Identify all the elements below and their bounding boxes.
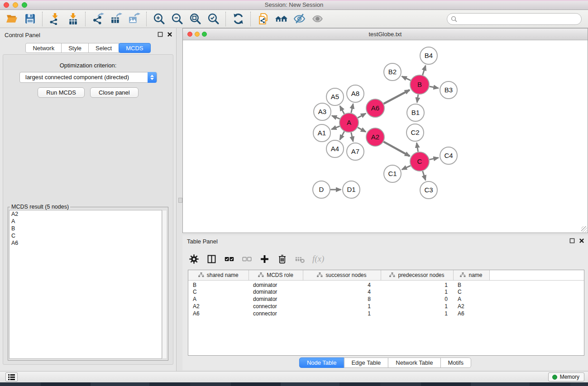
deselect-all-button[interactable] (242, 254, 252, 264)
function-builder-button[interactable]: f(x) (312, 254, 324, 264)
resize-grip-icon[interactable] (581, 226, 587, 232)
tab-motifs[interactable]: Motifs (440, 357, 471, 368)
column-header[interactable]: predecessor nodes (381, 270, 453, 280)
zoom-in-button[interactable] (150, 11, 168, 27)
search-box[interactable] (447, 13, 582, 25)
memory-button[interactable]: Memory (548, 372, 584, 381)
result-list-item[interactable]: A2 (10, 210, 162, 218)
graph-node-label: D (319, 186, 324, 193)
export-network-button[interactable] (89, 11, 107, 27)
tab-network-table[interactable]: Network Table (388, 357, 440, 368)
tab-edge-table[interactable]: Edge Table (344, 357, 388, 368)
graph-edge-A-A2[interactable] (358, 128, 366, 132)
float-panel-icon[interactable] (158, 32, 163, 37)
tab-style[interactable]: Style (61, 43, 89, 53)
graph-edge-B-B1[interactable] (417, 95, 418, 102)
show-columns-button[interactable] (206, 254, 217, 264)
zoom-selected-button[interactable] (204, 11, 222, 27)
close-panel-icon[interactable] (579, 238, 584, 243)
graph-node-label: A8 (351, 90, 359, 97)
memory-label: Memory (560, 374, 579, 380)
graph-node-label: A2 (371, 133, 379, 141)
table-row[interactable]: A6connector11A6 (188, 310, 584, 317)
network-canvas[interactable]: AA1A2A3A4A5A6A7A8BB1B2B3B4CC1C2C3C4DD1 (183, 41, 588, 233)
result-list-item[interactable]: A (10, 218, 162, 225)
select-all-button[interactable] (224, 254, 234, 264)
graph-edge-B-B2[interactable] (402, 76, 411, 81)
zoom-out-button[interactable] (168, 11, 186, 27)
graph-edge-A-A3[interactable] (332, 116, 339, 119)
import-table-button[interactable] (64, 11, 82, 27)
network-window-titlebar[interactable]: testGlobe.txt (183, 29, 588, 40)
table-row[interactable]: Adominator80A (188, 295, 584, 303)
tab-mcds[interactable]: MCDS (119, 43, 150, 53)
graph-edge-B-B3[interactable] (430, 86, 439, 88)
result-list-item[interactable]: A6 (10, 239, 162, 247)
export-table-button[interactable] (107, 11, 125, 27)
graph-edge-A-A1[interactable] (331, 126, 339, 129)
network-view-window: testGlobe.txt AA1A2A3A4A5A6A7A8BB1B2B3B4… (182, 28, 588, 233)
graph-edge-C-C2[interactable] (417, 143, 418, 152)
delete-table-button[interactable] (295, 254, 305, 264)
save-session-button[interactable] (21, 11, 39, 27)
zoom-fit-button[interactable] (186, 11, 204, 27)
column-header[interactable]: name (453, 270, 489, 280)
graph-edge-A-A5[interactable] (340, 106, 344, 114)
graph-edge-C-C3[interactable] (423, 171, 425, 180)
tab-node-table[interactable]: Node Table (299, 357, 344, 368)
splitter-handle[interactable] (178, 198, 182, 203)
column-header[interactable]: shared name (188, 270, 249, 280)
graph-edge-C-C4[interactable] (430, 158, 439, 160)
export-image-button[interactable] (125, 11, 143, 27)
eye-slash-icon (293, 13, 306, 25)
table-settings-button[interactable] (189, 254, 199, 264)
graph-edge-A-A7[interactable] (351, 132, 353, 141)
graph-edge-A2-C[interactable] (383, 142, 410, 156)
graph-node-label: A5 (331, 93, 339, 100)
list-icon (8, 374, 15, 380)
float-panel-icon[interactable] (569, 238, 575, 243)
graph-node-label: C3 (424, 186, 433, 194)
run-mcds-button[interactable]: Run MCDS (38, 87, 85, 98)
network-graph[interactable]: AA1A2A3A4A5A6A7A8BB1B2B3B4CC1C2C3C4DD1 (183, 41, 588, 233)
table-row[interactable]: Bdominator41B (188, 280, 584, 288)
graph-node-label: D1 (347, 186, 355, 193)
graph-node-label: B1 (411, 109, 420, 116)
session-files-icon (257, 13, 269, 25)
search-input[interactable] (460, 15, 578, 22)
graph-edge-C-C1[interactable] (402, 166, 411, 170)
show-panel-button[interactable] (308, 11, 326, 27)
open-folder-icon (6, 13, 18, 25)
close-panel-button[interactable]: Close panel (90, 87, 139, 98)
delete-column-button[interactable] (277, 254, 287, 264)
refresh-button[interactable] (229, 11, 247, 27)
table-row[interactable]: A2connector11A2 (188, 303, 584, 310)
graph-edge-A-A8[interactable] (351, 104, 353, 113)
graph-edge-B-B4[interactable] (423, 66, 426, 75)
task-history-button[interactable] (5, 372, 18, 381)
tab-network[interactable]: Network (25, 43, 62, 53)
graph-edge-A-A6[interactable] (358, 114, 366, 118)
result-list-item[interactable]: C (10, 232, 162, 239)
import-table-icon (67, 13, 79, 25)
add-column-button[interactable] (259, 254, 270, 264)
tab-select[interactable]: Select (88, 43, 119, 53)
control-panel-title: Control Panel (5, 32, 40, 38)
graph-node-label: B2 (388, 68, 397, 76)
graph-edge-A-A4[interactable] (340, 131, 344, 139)
close-panel-icon[interactable] (167, 32, 172, 37)
column-header[interactable]: successor nodes (303, 270, 381, 280)
zoom-selected-icon (207, 13, 220, 25)
graph-edge-A6-B[interactable] (384, 90, 410, 104)
column-header[interactable]: MCDS role (249, 270, 303, 280)
plus-icon (259, 254, 270, 264)
result-list-item[interactable]: B (10, 225, 162, 232)
hide-panel-button[interactable] (290, 11, 308, 27)
open-session-file-button[interactable] (254, 11, 272, 27)
open-session-button[interactable] (3, 11, 21, 27)
result-scrollbar[interactable] (162, 210, 167, 359)
table-row[interactable]: Cdominator41C (188, 288, 584, 295)
criterion-dropdown[interactable]: largest connected component (directed) (19, 72, 157, 83)
home-view-button[interactable] (272, 11, 290, 27)
import-network-button[interactable] (46, 11, 64, 27)
